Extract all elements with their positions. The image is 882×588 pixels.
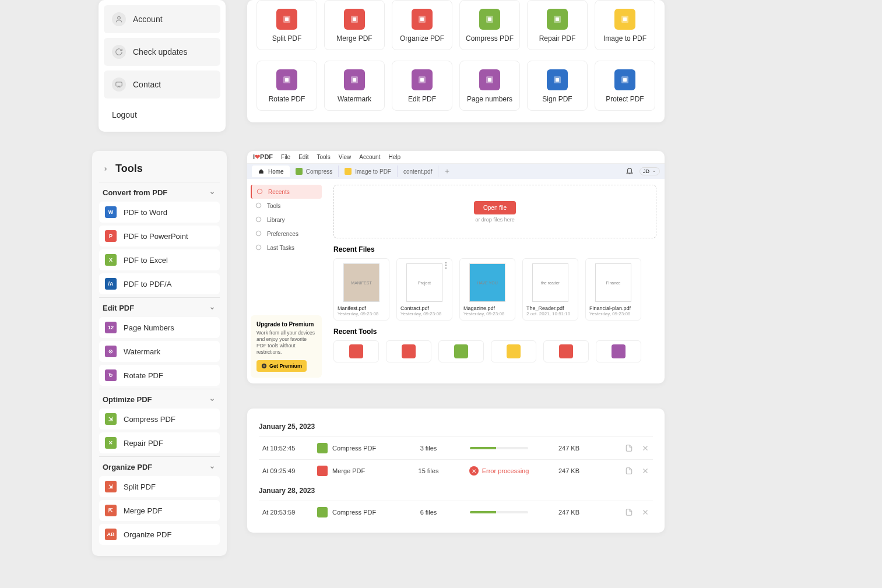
file-icon[interactable] bbox=[625, 508, 633, 516]
category-header[interactable]: Organize PDF bbox=[99, 456, 220, 476]
tab[interactable]: content.pdf bbox=[398, 166, 438, 177]
menu-item[interactable]: Tools bbox=[317, 154, 330, 160]
task-files: 6 files bbox=[405, 509, 452, 516]
tool-card-icon bbox=[547, 9, 568, 30]
menu-item[interactable]: View bbox=[339, 154, 352, 160]
tab[interactable]: Image to PDF bbox=[339, 166, 398, 177]
file-card[interactable]: ⋮ProjectContract.pdfYesterday, 09:23:08 bbox=[396, 258, 452, 321]
account-item[interactable]: Contact bbox=[104, 71, 220, 98]
task-size: 247 KB bbox=[546, 445, 592, 452]
tasks-panel: January 25, 2023 At 10:52:45 Compress PD… bbox=[247, 409, 665, 533]
file-thumb: HAVE YOU bbox=[469, 263, 505, 302]
logout-item[interactable]: Logout bbox=[104, 103, 220, 126]
task-date-header: January 28, 2023 bbox=[259, 487, 653, 495]
tool-item[interactable]: 12Page Numbers bbox=[99, 317, 220, 338]
tab[interactable]: Home bbox=[252, 166, 290, 177]
premium-desc: Work from all your devices and enjoy you… bbox=[256, 330, 316, 355]
tool-card[interactable]: Page numbers bbox=[459, 61, 520, 111]
tool-card[interactable]: Compress PDF bbox=[459, 0, 520, 50]
recent-tool-card[interactable] bbox=[386, 340, 431, 362]
account-item[interactable]: Account bbox=[104, 5, 220, 33]
app-sidebar: RecentsToolsLibraryPreferencesLast Tasks… bbox=[247, 179, 325, 383]
more-icon[interactable]: ⋮ bbox=[442, 261, 449, 269]
tools-header[interactable]: Tools bbox=[99, 159, 220, 182]
tool-card-icon bbox=[276, 69, 297, 90]
tool-item[interactable]: ⇱Merge PDF bbox=[99, 500, 220, 521]
recent-tool-card[interactable] bbox=[491, 340, 536, 362]
task-tool: Merge PDF bbox=[317, 466, 405, 476]
svg-point-29 bbox=[256, 231, 261, 235]
task-size: 247 KB bbox=[546, 509, 592, 516]
tool-card[interactable]: Rotate PDF bbox=[256, 61, 317, 111]
account-item[interactable]: Check updates bbox=[104, 38, 220, 66]
recent-tool-card[interactable] bbox=[438, 340, 484, 362]
dropzone[interactable]: Open file or drop files here bbox=[333, 185, 656, 238]
recent-tool-card[interactable] bbox=[333, 340, 379, 362]
sidebar-item[interactable]: Recents bbox=[251, 185, 322, 199]
tool-item[interactable]: WPDF to Word bbox=[99, 202, 220, 223]
tool-item[interactable]: PPDF to PowerPoint bbox=[99, 226, 220, 247]
file-card[interactable]: HAVE YOUMagazine.pdfYesterday, 09:23:08 bbox=[459, 258, 515, 321]
sidebar-item[interactable]: Preferences bbox=[251, 227, 322, 241]
file-card[interactable]: the readerThe_Reader.pdf2 oct. 2021, 10:… bbox=[522, 258, 578, 321]
sidebar-item[interactable]: Last Tasks bbox=[251, 241, 322, 255]
recent-tool-icon bbox=[559, 344, 573, 358]
tool-card-label: Watermark bbox=[338, 95, 371, 103]
tool-card[interactable]: Split PDF bbox=[256, 0, 317, 50]
close-icon[interactable] bbox=[641, 444, 649, 452]
category-header[interactable]: Convert from PDF bbox=[99, 182, 220, 202]
file-icon[interactable] bbox=[625, 467, 633, 475]
tool-card[interactable]: Repair PDF bbox=[527, 0, 588, 50]
close-icon[interactable] bbox=[641, 508, 649, 516]
file-card[interactable]: FinanceFinancial-plan.pdfYesterday, 09:2… bbox=[585, 258, 641, 321]
plus-circle-icon bbox=[261, 363, 267, 369]
tool-item[interactable]: ↻Rotate PDF bbox=[99, 365, 220, 386]
user-icon bbox=[112, 12, 126, 26]
tool-icon: ⇱ bbox=[105, 505, 117, 516]
tool-item[interactable]: ⇲Split PDF bbox=[99, 476, 220, 497]
tool-item[interactable]: ⊙Watermark bbox=[99, 341, 220, 362]
file-date: Yesterday, 09:23:08 bbox=[589, 311, 637, 316]
tool-item[interactable]: ⇲Compress PDF bbox=[99, 409, 220, 429]
tool-card[interactable]: Organize PDF bbox=[392, 0, 452, 50]
tool-card-label: Image to PDF bbox=[603, 34, 646, 43]
user-chip[interactable]: JD bbox=[639, 167, 660, 175]
task-status bbox=[452, 511, 546, 513]
category-header[interactable]: Optimize PDF bbox=[99, 389, 220, 409]
task-time: At 09:25:49 bbox=[262, 467, 317, 474]
menu-item[interactable]: Edit bbox=[298, 154, 308, 160]
tool-card[interactable]: Image to PDF bbox=[595, 0, 655, 50]
tool-icon: ⇲ bbox=[105, 481, 117, 492]
recent-tool-card[interactable] bbox=[596, 340, 641, 362]
category-header[interactable]: Edit PDF bbox=[99, 297, 220, 317]
bell-icon[interactable] bbox=[626, 167, 635, 176]
sidebar-item[interactable]: Library bbox=[251, 213, 322, 227]
tool-card[interactable]: Edit PDF bbox=[392, 61, 452, 111]
get-premium-button[interactable]: Get Premium bbox=[256, 360, 307, 372]
tool-item[interactable]: XPDF to Excel bbox=[99, 249, 220, 270]
tool-card-label: Protect PDF bbox=[606, 95, 644, 103]
tool-card[interactable]: Sign PDF bbox=[527, 61, 588, 111]
tool-item[interactable]: ABOrganize PDF bbox=[99, 524, 220, 545]
sidebar-item[interactable]: Tools bbox=[251, 199, 322, 213]
new-tab-button[interactable] bbox=[438, 166, 456, 177]
menu-item[interactable]: File bbox=[281, 154, 290, 160]
app-window: I❤PDF FileEditToolsViewAccountHelp HomeC… bbox=[247, 151, 665, 383]
tool-card[interactable]: Protect PDF bbox=[595, 61, 655, 111]
progress-bar bbox=[470, 511, 528, 513]
file-card[interactable]: MANIFESTManifest.pdfYesterday, 09:23:08 bbox=[333, 258, 389, 321]
menu-item[interactable]: Help bbox=[388, 154, 400, 160]
tool-card[interactable]: Watermark bbox=[324, 61, 385, 111]
recent-tool-card[interactable] bbox=[543, 340, 589, 362]
recent-tool-icon bbox=[454, 344, 468, 358]
open-file-button[interactable]: Open file bbox=[474, 201, 516, 214]
tool-item[interactable]: ✕Repair PDF bbox=[99, 432, 220, 453]
close-icon[interactable] bbox=[641, 467, 649, 475]
menu-item[interactable]: Account bbox=[359, 154, 380, 160]
file-icon[interactable] bbox=[625, 444, 633, 452]
tab[interactable]: Compress bbox=[290, 166, 339, 177]
chevron-down-icon bbox=[208, 396, 216, 404]
tool-item[interactable]: /APDF to PDF/A bbox=[99, 273, 220, 294]
drop-hint: or drop files here bbox=[475, 217, 515, 223]
tool-card[interactable]: Merge PDF bbox=[324, 0, 385, 50]
